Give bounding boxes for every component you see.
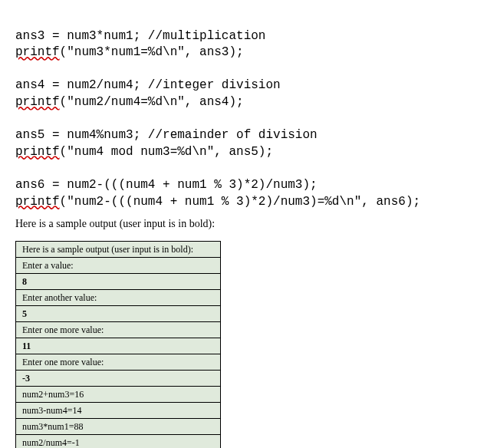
code-printf: printf xyxy=(15,145,60,159)
code-printf: printf xyxy=(15,195,60,209)
output-row: num3*num1=88 xyxy=(16,419,221,435)
code-line: ("num2-(((num4 + num1 % 3)*2)/num3)=%d\n… xyxy=(60,195,420,209)
code-line: ("num2/num4=%d\n", ans4); xyxy=(60,95,244,109)
code-line: ans3 = num3*num1; xyxy=(15,29,148,43)
code-line: ans4 = num2/num4; xyxy=(15,78,148,92)
output-row: num2/num4=-1 xyxy=(16,435,221,448)
code-comment: //integer division xyxy=(148,78,281,92)
code-comment: //remainder of division xyxy=(148,128,318,142)
code-comment: //multiplication xyxy=(148,29,266,43)
output-row: 8 xyxy=(16,274,221,290)
code-line: ("num4 mod num3=%d\n", ans5); xyxy=(60,145,273,159)
output-table: Here is a sample output (user input is i… xyxy=(15,241,221,448)
output-row: 5 xyxy=(16,306,221,322)
paragraph: Here is a sample output (user input is i… xyxy=(15,218,472,230)
output-row: Enter another value: xyxy=(16,290,221,306)
code-line: ("num3*num1=%d\n", ans3); xyxy=(60,45,244,59)
code-printf: printf xyxy=(15,95,60,109)
output-row: num3-num4=14 xyxy=(16,403,221,419)
output-row: Enter one more value: xyxy=(16,354,221,371)
output-row: Enter a value: xyxy=(16,258,221,274)
output-row: num2+num3=16 xyxy=(16,387,221,403)
output-row: -3 xyxy=(16,371,221,387)
code-line: ans5 = num4%num3; xyxy=(15,128,148,142)
output-header: Here is a sample output (user input is i… xyxy=(16,242,221,258)
code-printf: printf xyxy=(15,45,60,59)
code-line: ans6 = num2-(((num4 + num1 % 3)*2)/num3)… xyxy=(15,178,318,192)
output-row: Enter one more value: xyxy=(16,322,221,338)
code-block: ans3 = num3*num1; //multiplication print… xyxy=(15,12,472,210)
output-row: 11 xyxy=(16,338,221,354)
